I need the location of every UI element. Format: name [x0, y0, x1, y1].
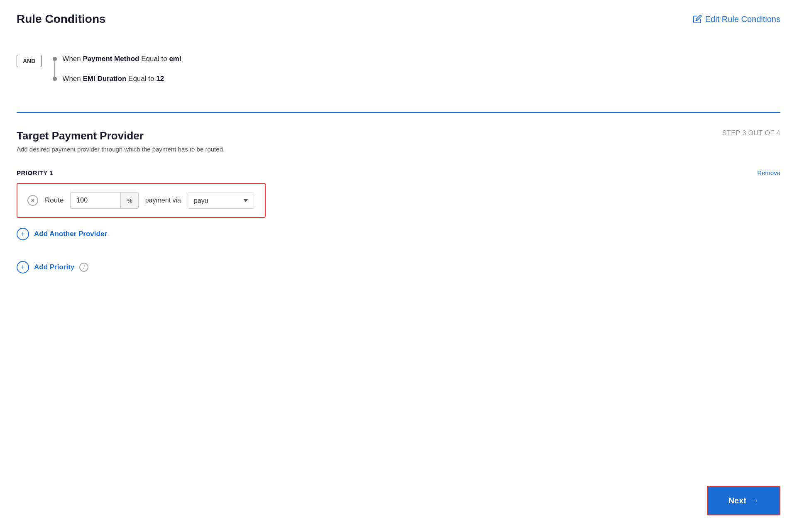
next-button[interactable]: Next →	[707, 486, 780, 515]
edit-rule-conditions-link[interactable]: Edit Rule Conditions	[693, 15, 780, 24]
condition-operator-1: Equal to	[141, 55, 167, 63]
plus-circle-provider-icon: +	[17, 228, 29, 240]
add-priority-button[interactable]: + Add Priority i	[17, 261, 780, 273]
section-divider	[17, 112, 780, 113]
close-route-button[interactable]: ×	[27, 195, 38, 206]
edit-rule-label: Edit Rule Conditions	[705, 15, 780, 24]
info-icon: i	[79, 263, 88, 272]
condition-value-2: 12	[156, 75, 164, 83]
condition-value-1: emi	[169, 55, 181, 63]
condition-text-2: When EMI Duration Equal to 12	[62, 75, 164, 83]
condition-dot-2	[53, 77, 57, 81]
percent-button[interactable]: %	[120, 193, 138, 208]
section-header: Target Payment Provider STEP 3 OUT OF 4	[17, 129, 780, 142]
priority-header: PRIORITY 1 Remove	[17, 169, 780, 176]
page-title: Rule Conditions	[17, 12, 106, 26]
and-badge: AND	[17, 55, 42, 67]
payment-via-label: payment via	[145, 197, 181, 204]
next-button-label: Next	[729, 496, 746, 505]
priority-label: PRIORITY 1	[17, 169, 53, 176]
add-another-provider-button[interactable]: + Add Another Provider	[17, 228, 780, 240]
route-box: × Route % payment via payu razorpay stri…	[17, 183, 266, 218]
conditions-section: AND When Payment Method Equal to emi	[17, 38, 780, 108]
condition-item-2: When EMI Duration Equal to 12	[62, 75, 181, 83]
edit-icon	[693, 15, 702, 24]
add-provider-label: Add Another Provider	[34, 230, 107, 238]
next-arrow-icon: →	[751, 496, 759, 505]
next-button-container: Next →	[707, 486, 780, 515]
percent-input-group: %	[70, 192, 138, 209]
condition-item-1: When Payment Method Equal to emi	[62, 55, 181, 63]
target-payment-section: Target Payment Provider STEP 3 OUT OF 4 …	[17, 129, 780, 273]
page-header: Rule Conditions Edit Rule Conditions	[17, 12, 780, 26]
route-label: Route	[45, 196, 64, 205]
plus-circle-priority-icon: +	[17, 261, 29, 273]
remove-priority-button[interactable]: Remove	[757, 169, 780, 176]
condition-text-1: When Payment Method Equal to emi	[62, 55, 181, 63]
step-indicator: STEP 3 OUT OF 4	[722, 129, 780, 137]
condition-field-2: EMI Duration	[83, 75, 126, 83]
add-priority-label: Add Priority	[34, 263, 74, 271]
percent-input[interactable]	[71, 193, 120, 208]
provider-select[interactable]: payu razorpay stripe paytm	[188, 193, 254, 209]
and-conditions-row: AND When Payment Method Equal to emi	[17, 46, 780, 91]
condition-field-1: Payment Method	[83, 55, 139, 63]
priority-block-1: PRIORITY 1 Remove × Route % payment via …	[17, 169, 780, 240]
condition-dot-1	[53, 57, 57, 61]
condition-operator-2: Equal to	[128, 75, 154, 83]
tree-line	[54, 61, 55, 77]
section-title: Target Payment Provider	[17, 129, 144, 142]
section-subtitle: Add desired payment provider through whi…	[17, 146, 780, 153]
